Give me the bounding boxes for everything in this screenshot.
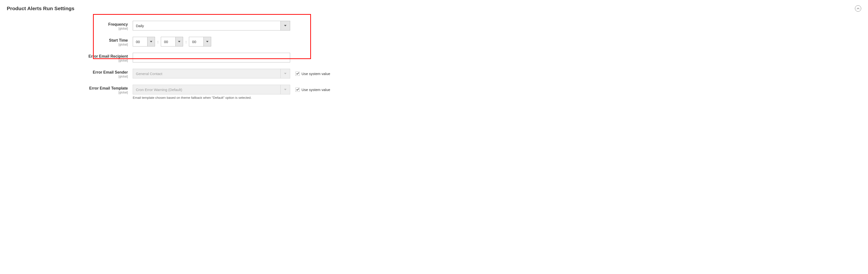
collapse-toggle[interactable] <box>855 5 861 12</box>
label-col-frequency: Frequency [global] <box>7 21 133 30</box>
error-sender-use-system[interactable]: Use system value <box>296 72 330 76</box>
start-time-minutes-select[interactable]: 00 <box>161 37 183 46</box>
start-time-seconds-select[interactable]: 00 <box>189 37 211 46</box>
start-time-hours-select[interactable]: 00 <box>133 37 155 46</box>
field-col-frequency: Daily <box>133 21 290 31</box>
chevron-up-icon <box>857 8 860 9</box>
error-template-select[interactable]: Cron Error Warning (Default) <box>133 85 290 94</box>
label-col-error-template: Error Email Template [global] <box>7 85 133 94</box>
label-col-error-sender: Error Email Sender [global] <box>7 69 133 78</box>
checkbox-icon <box>296 72 300 76</box>
label-frequency: Frequency <box>108 22 128 26</box>
dropdown-arrow-icon <box>280 69 290 78</box>
label-error-sender: Error Email Sender <box>93 70 128 74</box>
field-col-start-time: 00 : 00 : 00 <box>133 37 211 46</box>
error-recipient-input[interactable] <box>133 53 290 63</box>
use-system-label: Use system value <box>302 72 330 76</box>
dropdown-arrow-icon <box>175 37 183 46</box>
label-start-time: Start Time <box>109 38 128 42</box>
field-col-error-sender: General Contact Use system value <box>133 69 330 78</box>
section-title: Product Alerts Run Settings <box>7 6 74 11</box>
label-col-start-time: Start Time [global] <box>7 37 133 46</box>
time-sep-2: : <box>186 40 186 44</box>
frequency-select[interactable]: Daily <box>133 21 290 31</box>
dropdown-arrow-icon <box>147 37 155 46</box>
row-frequency: Frequency [global] Daily <box>7 21 861 31</box>
row-error-template: Error Email Template [global] Cron Error… <box>7 85 861 94</box>
form-area: Frequency [global] Daily Start Time [glo… <box>7 16 861 100</box>
error-template-value: Cron Error Warning (Default) <box>133 85 290 94</box>
scope-error-sender: [global] <box>7 75 128 78</box>
field-col-error-recipient <box>133 53 290 63</box>
scope-error-recipient: [global] <box>7 59 128 62</box>
time-sep-1: : <box>157 40 158 44</box>
scope-start-time: [global] <box>7 43 128 46</box>
dropdown-arrow-icon <box>280 85 290 94</box>
label-error-template: Error Email Template <box>89 86 128 90</box>
scope-frequency: [global] <box>7 27 128 30</box>
label-col-error-recipient: Error Email Recipient [global] <box>7 53 133 62</box>
dropdown-arrow-icon <box>204 37 211 46</box>
row-error-sender: Error Email Sender [global] General Cont… <box>7 69 861 78</box>
checkbox-icon <box>296 88 300 92</box>
field-col-error-template: Cron Error Warning (Default) Use system … <box>133 85 330 94</box>
frequency-select-value: Daily <box>133 21 290 31</box>
error-sender-value: General Contact <box>133 69 290 78</box>
row-start-time: Start Time [global] 00 : 00 : 00 <box>7 37 861 46</box>
error-template-use-system[interactable]: Use system value <box>296 88 330 92</box>
scope-error-template: [global] <box>7 91 128 94</box>
dropdown-arrow-icon <box>280 21 290 31</box>
label-error-recipient: Error Email Recipient <box>88 54 128 58</box>
section-header: Product Alerts Run Settings <box>7 5 861 12</box>
error-sender-select[interactable]: General Contact <box>133 69 290 78</box>
row-error-recipient: Error Email Recipient [global] <box>7 53 861 63</box>
error-template-hint: Email template chosen based on theme fal… <box>133 96 861 100</box>
use-system-label: Use system value <box>302 88 330 92</box>
